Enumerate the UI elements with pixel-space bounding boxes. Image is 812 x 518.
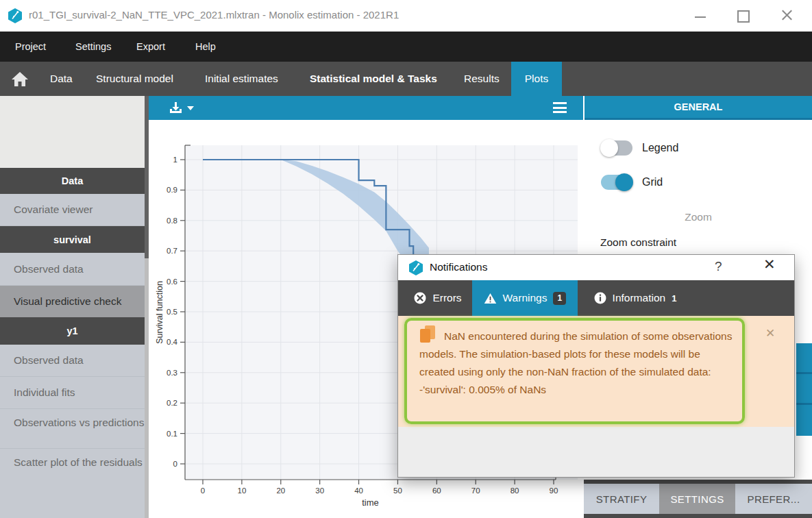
pages-icon <box>419 327 444 343</box>
plot-menu-icon[interactable] <box>553 102 567 113</box>
monolix-window: r01_TGI_survival-2_NaN_TTE_VPC_2021.mlxt… <box>0 0 812 518</box>
menu-bar: Project Settings Export Help 1 i 1 <box>0 32 812 62</box>
svg-text:50: 50 <box>393 486 402 495</box>
sidebar-item-visual-predictive-check[interactable]: Visual predictive check <box>0 286 145 317</box>
maximize-button[interactable] <box>729 10 756 23</box>
tab-home[interactable] <box>8 68 32 90</box>
svg-text:0: 0 <box>173 460 177 468</box>
panel-button-separator <box>796 403 812 405</box>
svg-text:0.9: 0.9 <box>167 186 177 194</box>
circle-x-icon <box>414 292 426 304</box>
warning-message-text: NaN encountered during the simulation of… <box>419 327 733 399</box>
sidebar-item-scatter-residuals[interactable]: Scatter plot of the residuals <box>0 449 145 518</box>
group-by-panel: Group by: Outcome Chart type <box>0 96 145 168</box>
close-button[interactable] <box>773 10 800 23</box>
dialog-title-bar: Notifications ? ✕ <box>398 255 794 280</box>
svg-text:0.8: 0.8 <box>167 217 177 225</box>
svg-text:0.4: 0.4 <box>167 338 178 346</box>
warnings-tab-badge: 1 <box>553 292 566 305</box>
svg-text:1: 1 <box>173 156 177 164</box>
legend-toggle[interactable] <box>601 140 632 156</box>
svg-text:time: time <box>362 497 379 508</box>
svg-text:70: 70 <box>471 486 480 495</box>
tab-structural-model[interactable]: Structural model <box>96 62 173 96</box>
tab-results[interactable]: Results <box>464 62 500 96</box>
svg-text:10: 10 <box>237 486 246 495</box>
sidebar-item-individual-fits[interactable]: Individual fits <box>0 377 145 409</box>
settings-button[interactable]: SETTINGS <box>659 484 735 514</box>
panel-button-separator <box>796 372 812 374</box>
svg-text:0: 0 <box>201 486 205 495</box>
grid-toggle[interactable] <box>601 175 632 190</box>
hidden-panel-buttons[interactable] <box>796 343 812 436</box>
svg-text:40: 40 <box>354 486 363 495</box>
svg-text:0.2: 0.2 <box>167 399 177 407</box>
panel-footer-bar: STRATIFY SETTINGS PREFER... <box>584 480 812 518</box>
window-title: r01_TGI_survival-2_NaN_TTE_VPC_2021.mlxt… <box>29 9 399 21</box>
dismiss-warning-button[interactable]: ✕ <box>765 326 775 341</box>
monolix-logo-icon <box>408 260 424 276</box>
svg-text:80: 80 <box>510 486 519 495</box>
warning-message: NaN encountered during the simulation of… <box>404 318 745 424</box>
legend-toggle-label: Legend <box>642 142 678 154</box>
plot-toolbar <box>149 96 583 120</box>
svg-text:60: 60 <box>432 486 441 495</box>
sidebar-item-covariate-viewer[interactable]: Covariate viewer <box>0 194 145 226</box>
menu-project[interactable]: Project <box>15 32 46 62</box>
tab-plots[interactable]: Plots <box>511 62 562 96</box>
svg-text:30: 30 <box>315 486 324 495</box>
tab-initial-estimates[interactable]: Initial estimates <box>205 62 278 96</box>
circle-i-icon <box>594 292 606 304</box>
sidebar-section-y1: y1 <box>0 317 145 345</box>
svg-text:20: 20 <box>276 486 285 495</box>
svg-text:0.7: 0.7 <box>167 247 177 255</box>
main-tab-bar: Data Structural model Initial estimates … <box>0 62 812 96</box>
svg-text:0.5: 0.5 <box>167 308 177 316</box>
svg-text:0.1: 0.1 <box>167 430 177 438</box>
stratify-button[interactable]: STRATIFY <box>584 484 659 514</box>
zoom-constraint-label: Zoom constraint <box>600 236 676 249</box>
grid-toggle-label: Grid <box>642 176 663 188</box>
warning-triangle-icon <box>484 293 497 304</box>
dialog-tab-errors[interactable]: Errors <box>404 280 472 316</box>
export-dropdown-caret[interactable] <box>187 106 194 110</box>
sidebar-item-observations-vs-predictions[interactable]: Observations vs predictions <box>0 409 145 449</box>
dialog-tab-bar: Errors Warnings 1 Information 1 <box>398 280 794 316</box>
preferences-button[interactable]: PREFER... <box>735 484 812 514</box>
dialog-close-button[interactable]: ✕ <box>763 256 776 273</box>
export-plot-icon[interactable] <box>169 101 182 114</box>
legend-toggle-knob[interactable] <box>600 139 618 157</box>
information-tab-count: 1 <box>672 293 676 304</box>
general-section-header: GENERAL <box>585 96 812 120</box>
dialog-help-button[interactable]: ? <box>715 259 722 274</box>
monolix-logo-icon <box>7 8 23 24</box>
sidebar-item-observed-data-survival[interactable]: Observed data <box>0 253 145 286</box>
dialog-title: Notifications <box>430 261 487 273</box>
menu-help[interactable]: Help <box>195 32 216 62</box>
svg-text:90: 90 <box>550 486 558 495</box>
dialog-tab-warnings[interactable]: Warnings 1 <box>472 280 578 316</box>
notifications-dialog: Notifications ? ✕ Errors Warnings 1 <box>397 254 795 478</box>
grid-toggle-knob[interactable] <box>615 173 633 191</box>
svg-text:0.3: 0.3 <box>167 369 177 377</box>
svg-text:Survival function: Survival function <box>155 281 164 344</box>
menu-export[interactable]: Export <box>136 32 165 62</box>
zoom-section-label: Zoom <box>585 211 812 223</box>
menu-settings[interactable]: Settings <box>75 32 111 62</box>
dialog-tab-information[interactable]: Information 1 <box>578 280 693 316</box>
sidebar-section-survival: survival <box>0 226 145 253</box>
sidebar-section-data: Data <box>0 168 145 194</box>
sidebar-item-observed-data-y1[interactable]: Observed data <box>0 345 145 377</box>
home-icon <box>11 71 29 87</box>
tab-statistical-model-tasks[interactable]: Statistical model & Tasks <box>310 62 437 96</box>
warning-message-zone: NaN encountered during the simulation of… <box>398 316 794 427</box>
tab-data[interactable]: Data <box>50 62 73 96</box>
svg-text:0.6: 0.6 <box>167 278 177 286</box>
title-bar: r01_TGI_survival-2_NaN_TTE_VPC_2021.mlxt… <box>0 0 812 32</box>
minimize-button[interactable] <box>687 10 714 23</box>
